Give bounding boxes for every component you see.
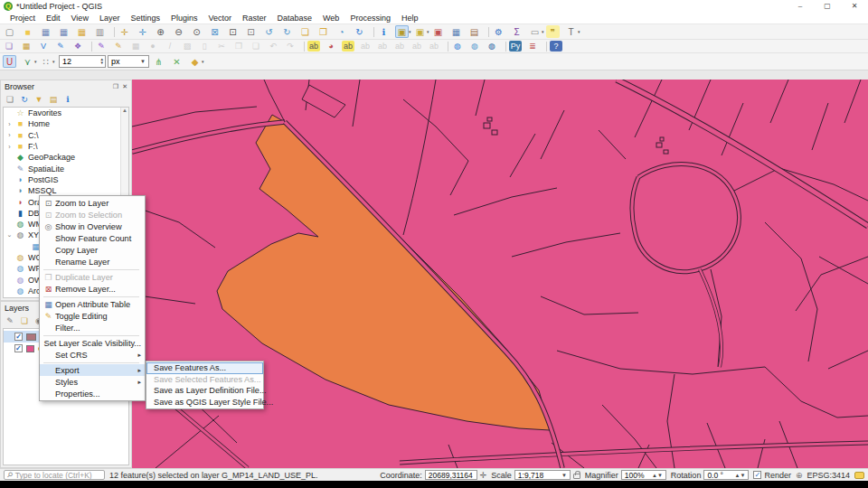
measure-icon[interactable]: ▭	[528, 25, 542, 38]
maximize-button[interactable]: ▢	[814, 0, 841, 13]
copy-features-icon[interactable]: ❐	[232, 41, 245, 52]
menu-item-zoom-to-layer[interactable]: ⊡ Zoom to Layer	[40, 197, 145, 209]
redo-icon[interactable]: ↷	[284, 41, 297, 52]
menu-item-properties[interactable]: Properties...	[40, 388, 145, 399]
zoom-last-icon[interactable]: ↺	[262, 25, 276, 38]
menu-bar-item[interactable]: Database	[272, 13, 318, 24]
close-button[interactable]: ✕	[841, 0, 868, 13]
add-layer-icon[interactable]: ❏	[3, 41, 15, 52]
select-features-icon[interactable]: ▣	[395, 25, 409, 38]
show-bookmarks-icon[interactable]: ❐	[316, 25, 330, 38]
zoom-out-icon[interactable]: ⊖	[172, 25, 185, 38]
float-panel-icon[interactable]: ❐	[113, 83, 118, 90]
menu-item-export[interactable]: Export ▸	[40, 364, 145, 376]
new-bookmark-icon[interactable]: ❏	[298, 25, 312, 38]
web-globe-icon[interactable]: ◍	[451, 41, 464, 52]
menu-bar-item[interactable]: Vector	[203, 13, 237, 24]
menu-item-show-feature-count[interactable]: Show Feature Count	[40, 232, 145, 244]
web-globe2-icon[interactable]: ◍	[468, 41, 481, 52]
paste-features-icon[interactable]: ❏	[250, 41, 262, 52]
zoom-native-icon[interactable]: ⊙	[190, 25, 203, 38]
layer-diagram-icon[interactable]: ◕	[325, 41, 337, 52]
crs-globe-icon[interactable]: ⊕	[796, 471, 803, 480]
zoom-to-layer-icon[interactable]: ⊡	[244, 25, 258, 38]
snapping-tolerance-icon[interactable]: ∷	[39, 55, 52, 68]
collapse-all-icon[interactable]: ▤	[47, 94, 60, 106]
avoid-intersections-icon[interactable]: ◆	[188, 55, 202, 68]
deselect-features-icon[interactable]: ▣	[413, 25, 427, 38]
layer-labeling-icon[interactable]: ab	[307, 41, 320, 52]
current-edits-icon[interactable]: ✎	[95, 41, 108, 52]
minimize-button[interactable]: –	[787, 0, 814, 13]
submenu-item-save-as-style-file[interactable]: Save as QGIS Layer Style File...	[146, 397, 263, 408]
menu-bar-item[interactable]: Raster	[237, 13, 272, 24]
render-checkbox[interactable]: ✓	[753, 471, 761, 479]
toggle-editing-icon[interactable]: ✎	[112, 41, 125, 52]
dropdown-arrow-icon[interactable]: ▾	[52, 59, 57, 64]
browser-tree-item[interactable]: › ■ C:\	[4, 130, 128, 141]
coordinate-input[interactable]: 20689,31164	[425, 470, 477, 480]
enable-tracing-icon[interactable]: ⋔	[152, 55, 165, 68]
delete-selected-icon[interactable]: ▯	[198, 41, 211, 52]
save-to-template-icon[interactable]: ▦	[75, 25, 89, 38]
menu-item-set-layer-scale-visibility[interactable]: Set Layer Scale Visibility...	[40, 337, 145, 349]
save-project-icon[interactable]: ▦	[39, 25, 52, 38]
spin-arrows[interactable]: ▲▼	[652, 473, 663, 478]
menu-item-styles[interactable]: Styles ▸	[40, 376, 145, 388]
snapping-mode-icon[interactable]: ⋎	[21, 55, 34, 68]
menu-item-open-attribute-table[interactable]: ▦ Open Attribute Table	[40, 298, 145, 310]
identify-features-icon[interactable]: ℹ	[377, 25, 391, 38]
refresh-browser-icon[interactable]: ↻	[18, 94, 31, 106]
add-group-icon[interactable]: ❏	[18, 315, 31, 327]
refresh-icon[interactable]: ↻	[353, 25, 366, 38]
locate-input[interactable]: ⚲ Type to locate (Ctrl+K)	[4, 470, 105, 480]
browser-tree-item[interactable]: ◗ PostGIS	[4, 174, 128, 185]
snapping-units-select[interactable]: px ▼	[108, 55, 149, 68]
highlight-labels-icon[interactable]: ab	[376, 41, 389, 52]
menu-bar-item[interactable]: Edit	[41, 13, 66, 24]
close-panel-icon[interactable]: ✕	[122, 83, 127, 90]
layout-manager-icon[interactable]: ▥	[93, 25, 107, 38]
zoom-in-icon[interactable]: ⊕	[154, 25, 167, 38]
select-by-expression-icon[interactable]: ▣	[431, 25, 445, 38]
submenu-item-save-features-as[interactable]: Save Features As...	[146, 362, 263, 374]
layer-visibility-checkbox[interactable]: ✓	[14, 333, 23, 341]
snapping-tolerance-input[interactable]: 12 ▲▼	[59, 55, 106, 68]
layer-visibility-checkbox[interactable]: ✓	[14, 344, 23, 352]
tracing-offset-icon[interactable]: ✕	[170, 55, 184, 68]
dropdown-arrow-icon[interactable]: ▾	[202, 59, 206, 64]
menu-item-filter[interactable]: Filter...	[40, 322, 145, 333]
expander-icon[interactable]: ›	[6, 121, 13, 127]
metasearch-icon[interactable]: ◍	[486, 41, 498, 52]
submenu-item-save-as-layer-definition[interactable]: Save as Layer Definition File...	[146, 385, 263, 397]
menu-bar-item[interactable]: Layer	[94, 13, 126, 24]
submenu-item-save-selected-features-as[interactable]: Save Selected Features As...	[146, 374, 263, 386]
modify-attributes-icon[interactable]: ▨	[181, 41, 193, 52]
cut-features-icon[interactable]: ✂	[215, 41, 228, 52]
menu-item-zoom-to-selection[interactable]: ⊡ Zoom to Selection	[40, 209, 145, 221]
pan-to-selection-icon[interactable]: ✛	[136, 25, 149, 38]
snapping-toggle-icon[interactable]: U	[3, 55, 16, 68]
menu-item-remove-layer[interactable]: ⊠ Remove Layer...	[40, 283, 145, 295]
new-virtual-layer-icon[interactable]: ❖	[71, 41, 84, 52]
statistical-summary-icon[interactable]: Σ	[510, 25, 524, 38]
mouse-extent-icon[interactable]: ✛	[480, 471, 487, 480]
pan-map-icon[interactable]: ✛	[118, 25, 131, 38]
expander-icon[interactable]: ›	[6, 144, 13, 150]
vertex-tool-icon[interactable]: /	[164, 41, 176, 52]
menu-bar-item[interactable]: View	[66, 13, 94, 24]
properties-widget-icon[interactable]: ℹ	[61, 94, 74, 106]
epsg-code[interactable]: EPSG:3414	[807, 471, 850, 480]
text-annotation-icon[interactable]: T	[564, 25, 578, 38]
zoom-to-selection-icon[interactable]: ⊡	[226, 25, 240, 38]
add-raster-layer-icon[interactable]: ▦	[20, 41, 33, 52]
menu-bar-item[interactable]: Project	[5, 13, 41, 24]
save-project-as-icon[interactable]: ▦	[57, 25, 71, 38]
labeling-options-icon[interactable]: ab	[342, 41, 354, 52]
magnifier-input[interactable]: 100% ▲▼	[621, 470, 666, 480]
move-label-icon[interactable]: ab	[393, 41, 406, 52]
processing-toolbox-icon[interactable]: ⚙	[492, 25, 505, 38]
browser-tree-item[interactable]: › ■ F:\	[4, 141, 128, 152]
browser-tree-item[interactable]: ☆ Favorites	[4, 108, 128, 118]
add-selected-layers-icon[interactable]: ❏	[4, 94, 16, 106]
